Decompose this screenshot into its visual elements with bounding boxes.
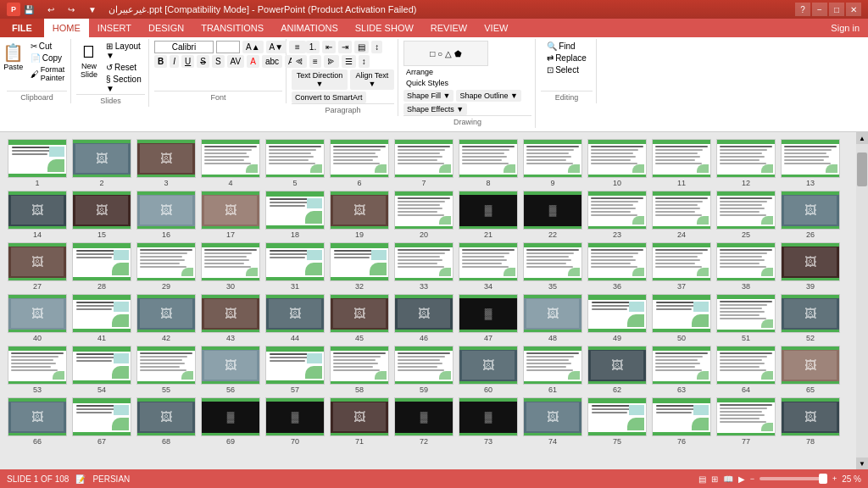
replace-btn[interactable]: ⇄ Replace [544, 53, 589, 64]
slide-thumb-2[interactable]: 🖼 [72, 139, 131, 178]
slide-item-21[interactable]: ▓ 21 [458, 191, 519, 239]
zoom-slider[interactable] [760, 477, 827, 480]
slide-thumb-42[interactable]: 🖼 [136, 294, 196, 333]
justify-btn[interactable]: ☰ [342, 55, 356, 68]
font-size-input[interactable]: 36 [216, 41, 240, 53]
numbering-btn[interactable]: 1. [306, 41, 320, 53]
slide-thumb-41[interactable] [72, 294, 131, 333]
slide-thumb-78[interactable]: 🖼 [781, 397, 840, 436]
bullets-btn[interactable]: ≡ [292, 41, 303, 53]
align-left-btn[interactable]: ⫷ [292, 55, 307, 68]
sign-in[interactable]: Sign in [822, 19, 868, 37]
slide-thumb-64[interactable] [716, 346, 776, 385]
slide-thumb-6[interactable] [330, 139, 389, 178]
slide-item-38[interactable]: 38 [715, 242, 776, 291]
slide-thumb-36[interactable] [587, 242, 647, 281]
slide-item-8[interactable]: 8 [458, 139, 519, 187]
slide-thumb-44[interactable]: 🖼 [265, 294, 325, 333]
view-normal[interactable]: ▤ [698, 474, 706, 484]
slide-thumb-58[interactable] [330, 346, 389, 385]
slide-item-22[interactable]: ▓ 22 [522, 191, 583, 239]
slide-item-13[interactable]: 13 [780, 139, 841, 187]
slide-item-18[interactable]: 18 [264, 191, 326, 239]
slide-item-71[interactable]: 🖼 71 [329, 397, 390, 446]
smartart-btn[interactable]: Convert to SmartArt [292, 92, 366, 103]
slide-thumb-11[interactable] [652, 139, 711, 178]
slide-item-35[interactable]: 35 [522, 242, 583, 291]
slide-item-56[interactable]: 🖼 56 [200, 346, 261, 394]
col-btn[interactable]: ▤ [354, 41, 369, 53]
shape-outline-btn[interactable]: Shape Outline ▼ [456, 90, 520, 102]
shape-effects-btn[interactable]: Shape Effects ▼ [403, 103, 467, 115]
slide-thumb-39[interactable]: 🖼 [781, 242, 840, 281]
slide-item-1[interactable]: 1 [7, 139, 68, 187]
quick-save[interactable]: 💾 [24, 5, 34, 14]
slide-thumb-48[interactable]: 🖼 [523, 294, 582, 333]
copy-btn[interactable]: 📄 Copy [28, 53, 74, 64]
slide-thumb-55[interactable] [136, 346, 196, 385]
slide-thumb-69[interactable]: ▓ [201, 397, 260, 436]
slide-thumb-51[interactable] [716, 294, 776, 333]
slide-thumb-40[interactable]: 🖼 [8, 294, 67, 333]
quick-access[interactable]: ▼ [88, 5, 97, 14]
slide-item-25[interactable]: 25 [715, 191, 776, 239]
slide-thumb-33[interactable] [394, 242, 453, 281]
font-color-btn[interactable]: A [247, 55, 259, 68]
slide-item-5[interactable]: 5 [264, 139, 326, 187]
slide-thumb-59[interactable] [394, 346, 453, 385]
menu-animations[interactable]: ANIMATIONS [272, 19, 347, 37]
slide-item-69[interactable]: ▓ 69 [200, 397, 261, 446]
slide-item-70[interactable]: ▓ 70 [264, 397, 326, 446]
font-size-down-btn[interactable]: A▼ [266, 41, 287, 53]
slide-item-53[interactable]: 53 [7, 346, 68, 394]
slide-item-75[interactable]: 75 [587, 397, 648, 446]
slide-item-49[interactable]: 49 [587, 294, 648, 342]
slide-item-57[interactable]: 57 [264, 346, 326, 394]
slide-thumb-15[interactable]: 🖼 [72, 191, 131, 230]
slide-thumb-14[interactable]: 🖼 [8, 191, 67, 230]
slide-item-77[interactable]: 77 [715, 397, 776, 446]
align-right-btn[interactable]: ⫸ [324, 55, 339, 68]
slide-item-44[interactable]: 🖼 44 [264, 294, 326, 342]
slide-thumb-45[interactable]: 🖼 [330, 294, 389, 333]
slide-thumb-7[interactable] [394, 139, 453, 178]
menu-transitions[interactable]: TRANSITIONS [192, 19, 272, 37]
slide-item-16[interactable]: 🖼 16 [136, 191, 197, 239]
slide-thumb-71[interactable]: 🖼 [330, 397, 389, 436]
maximize-btn[interactable]: □ [829, 3, 844, 16]
align-text-btn[interactable]: Align Text ▼ [350, 69, 394, 90]
format-painter-btn[interactable]: 🖌 Format Painter [28, 64, 74, 83]
zoom-level[interactable]: 25 % [842, 474, 861, 484]
slide-thumb-23[interactable] [587, 191, 647, 230]
text-dir-btn[interactable]: ↕ [371, 41, 382, 53]
slide-item-10[interactable]: 10 [587, 139, 648, 187]
slide-thumb-10[interactable] [587, 139, 647, 178]
slide-thumb-29[interactable] [136, 242, 196, 281]
slide-item-54[interactable]: 54 [71, 346, 132, 394]
slide-thumb-74[interactable]: 🖼 [523, 397, 582, 436]
help-btn[interactable]: ? [795, 3, 810, 16]
close-btn[interactable]: ✕ [846, 3, 861, 16]
section-btn[interactable]: § Section ▼ [103, 74, 145, 94]
slide-thumb-54[interactable] [72, 346, 131, 385]
line-space-btn[interactable]: ↕ [359, 55, 370, 68]
slide-item-28[interactable]: 28 [71, 242, 132, 291]
layout-btn[interactable]: ⊞ Layout ▼ [103, 41, 145, 61]
zoom-thumb[interactable] [819, 474, 827, 484]
strikethrough-btn[interactable]: S [197, 55, 209, 68]
reset-btn[interactable]: ↺ Reset [103, 62, 145, 73]
slide-item-36[interactable]: 36 [587, 242, 648, 291]
slide-item-32[interactable]: 32 [329, 242, 390, 291]
slide-item-72[interactable]: ▓ 72 [393, 397, 454, 446]
slide-item-40[interactable]: 🖼 40 [7, 294, 68, 342]
slide-thumb-13[interactable] [781, 139, 840, 178]
view-reading[interactable]: 📖 [723, 474, 733, 484]
view-slide-sorter[interactable]: ⊞ [711, 474, 718, 484]
slide-item-41[interactable]: 41 [71, 294, 132, 342]
slide-thumb-70[interactable]: ▓ [265, 397, 325, 436]
slide-thumb-73[interactable]: ▓ [459, 397, 518, 436]
slide-item-67[interactable]: 67 [71, 397, 132, 446]
slide-item-42[interactable]: 🖼 42 [136, 294, 197, 342]
align-center-btn[interactable]: ≡ [309, 55, 321, 68]
menu-view[interactable]: VIEW [476, 19, 516, 37]
